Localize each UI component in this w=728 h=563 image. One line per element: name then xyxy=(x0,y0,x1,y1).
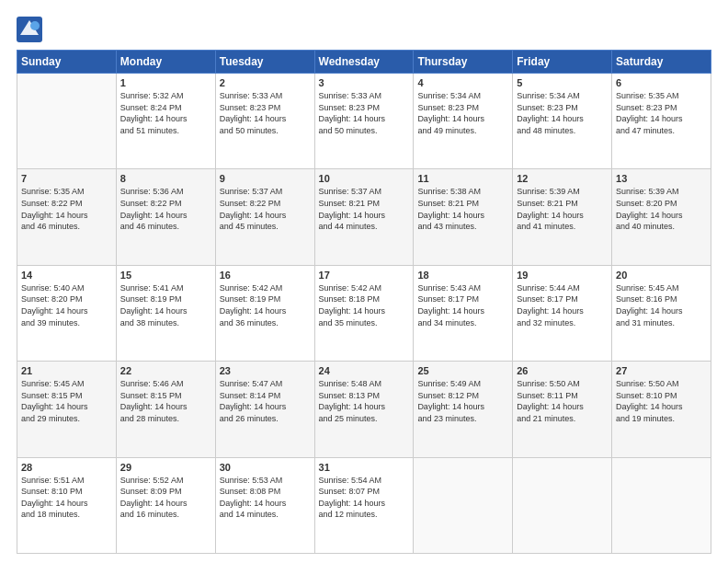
weekday-header-tuesday: Tuesday xyxy=(215,51,314,74)
weekday-header-thursday: Thursday xyxy=(414,51,513,74)
calendar-cell: 27Sunrise: 5:50 AM Sunset: 8:10 PM Dayli… xyxy=(612,362,711,457)
calendar-cell: 26Sunrise: 5:50 AM Sunset: 8:11 PM Dayli… xyxy=(513,362,612,457)
cell-info-text: Sunrise: 5:54 AM Sunset: 8:07 PM Dayligh… xyxy=(319,475,410,521)
cell-info-text: Sunrise: 5:34 AM Sunset: 8:23 PM Dayligh… xyxy=(517,90,608,136)
calendar-week-4: 21Sunrise: 5:45 AM Sunset: 8:15 PM Dayli… xyxy=(17,362,711,457)
calendar-cell: 30Sunrise: 5:53 AM Sunset: 8:08 PM Dayli… xyxy=(215,457,314,553)
cell-day-number: 7 xyxy=(21,173,112,184)
weekday-header-wednesday: Wednesday xyxy=(314,51,414,74)
cell-day-number: 4 xyxy=(417,77,508,88)
calendar-cell: 8Sunrise: 5:36 AM Sunset: 8:22 PM Daylig… xyxy=(116,169,215,265)
cell-info-text: Sunrise: 5:49 AM Sunset: 8:12 PM Dayligh… xyxy=(417,378,508,424)
cell-day-number: 16 xyxy=(220,270,311,281)
weekday-header-friday: Friday xyxy=(513,51,612,74)
cell-info-text: Sunrise: 5:53 AM Sunset: 8:08 PM Dayligh… xyxy=(220,475,311,521)
cell-info-text: Sunrise: 5:36 AM Sunset: 8:22 PM Dayligh… xyxy=(120,186,211,232)
cell-day-number: 2 xyxy=(220,77,311,88)
cell-info-text: Sunrise: 5:42 AM Sunset: 8:19 PM Dayligh… xyxy=(220,282,311,328)
cell-day-number: 6 xyxy=(616,77,707,88)
calendar-week-5: 28Sunrise: 5:51 AM Sunset: 8:10 PM Dayli… xyxy=(17,457,711,553)
calendar-week-2: 7Sunrise: 5:35 AM Sunset: 8:22 PM Daylig… xyxy=(17,169,711,265)
cell-day-number: 9 xyxy=(220,173,311,184)
cell-info-text: Sunrise: 5:50 AM Sunset: 8:11 PM Dayligh… xyxy=(517,378,608,424)
cell-day-number: 8 xyxy=(120,173,211,184)
cell-info-text: Sunrise: 5:35 AM Sunset: 8:23 PM Dayligh… xyxy=(616,90,707,136)
cell-day-number: 12 xyxy=(517,173,608,184)
cell-day-number: 31 xyxy=(319,462,410,473)
cell-info-text: Sunrise: 5:45 AM Sunset: 8:16 PM Dayligh… xyxy=(616,282,707,328)
cell-info-text: Sunrise: 5:47 AM Sunset: 8:14 PM Dayligh… xyxy=(220,378,311,424)
calendar-cell: 24Sunrise: 5:48 AM Sunset: 8:13 PM Dayli… xyxy=(314,362,414,457)
weekday-header-saturday: Saturday xyxy=(612,51,711,74)
calendar-cell: 28Sunrise: 5:51 AM Sunset: 8:10 PM Dayli… xyxy=(17,457,117,553)
cell-info-text: Sunrise: 5:39 AM Sunset: 8:21 PM Dayligh… xyxy=(517,186,608,232)
calendar-cell: 29Sunrise: 5:52 AM Sunset: 8:09 PM Dayli… xyxy=(116,457,215,553)
calendar-cell: 4Sunrise: 5:34 AM Sunset: 8:23 PM Daylig… xyxy=(414,74,513,169)
cell-day-number: 30 xyxy=(220,462,311,473)
cell-info-text: Sunrise: 5:35 AM Sunset: 8:22 PM Dayligh… xyxy=(21,186,112,232)
cell-info-text: Sunrise: 5:33 AM Sunset: 8:23 PM Dayligh… xyxy=(220,90,311,136)
svg-point-2 xyxy=(30,21,40,30)
calendar-cell xyxy=(414,457,513,553)
weekday-header-sunday: Sunday xyxy=(17,51,117,74)
calendar-cell: 31Sunrise: 5:54 AM Sunset: 8:07 PM Dayli… xyxy=(314,457,414,553)
cell-info-text: Sunrise: 5:32 AM Sunset: 8:24 PM Dayligh… xyxy=(120,90,211,136)
calendar-cell xyxy=(612,457,711,553)
cell-info-text: Sunrise: 5:51 AM Sunset: 8:10 PM Dayligh… xyxy=(21,475,112,521)
cell-info-text: Sunrise: 5:33 AM Sunset: 8:23 PM Dayligh… xyxy=(319,90,410,136)
calendar-cell: 7Sunrise: 5:35 AM Sunset: 8:22 PM Daylig… xyxy=(17,169,117,265)
calendar-cell: 19Sunrise: 5:44 AM Sunset: 8:17 PM Dayli… xyxy=(513,265,612,361)
cell-info-text: Sunrise: 5:44 AM Sunset: 8:17 PM Dayligh… xyxy=(517,282,608,328)
calendar-cell: 15Sunrise: 5:41 AM Sunset: 8:19 PM Dayli… xyxy=(116,265,215,361)
logo xyxy=(17,17,46,42)
calendar-cell: 3Sunrise: 5:33 AM Sunset: 8:23 PM Daylig… xyxy=(314,74,414,169)
cell-info-text: Sunrise: 5:45 AM Sunset: 8:15 PM Dayligh… xyxy=(21,378,112,424)
calendar-week-1: 1Sunrise: 5:32 AM Sunset: 8:24 PM Daylig… xyxy=(17,74,711,169)
calendar-cell: 18Sunrise: 5:43 AM Sunset: 8:17 PM Dayli… xyxy=(414,265,513,361)
cell-info-text: Sunrise: 5:39 AM Sunset: 8:20 PM Dayligh… xyxy=(616,186,707,232)
cell-day-number: 3 xyxy=(319,77,410,88)
cell-day-number: 13 xyxy=(616,173,707,184)
logo-icon xyxy=(17,17,42,42)
cell-info-text: Sunrise: 5:43 AM Sunset: 8:17 PM Dayligh… xyxy=(417,282,508,328)
calendar-cell xyxy=(17,74,117,169)
header xyxy=(17,17,711,42)
cell-info-text: Sunrise: 5:37 AM Sunset: 8:22 PM Dayligh… xyxy=(220,186,311,232)
weekday-header-row: SundayMondayTuesdayWednesdayThursdayFrid… xyxy=(17,51,711,74)
calendar-cell: 11Sunrise: 5:38 AM Sunset: 8:21 PM Dayli… xyxy=(414,169,513,265)
calendar-cell: 21Sunrise: 5:45 AM Sunset: 8:15 PM Dayli… xyxy=(17,362,117,457)
cell-day-number: 21 xyxy=(21,365,112,376)
cell-day-number: 1 xyxy=(120,77,211,88)
cell-info-text: Sunrise: 5:37 AM Sunset: 8:21 PM Dayligh… xyxy=(319,186,410,232)
calendar-cell: 16Sunrise: 5:42 AM Sunset: 8:19 PM Dayli… xyxy=(215,265,314,361)
cell-info-text: Sunrise: 5:48 AM Sunset: 8:13 PM Dayligh… xyxy=(319,378,410,424)
calendar-cell: 1Sunrise: 5:32 AM Sunset: 8:24 PM Daylig… xyxy=(116,74,215,169)
calendar-cell: 9Sunrise: 5:37 AM Sunset: 8:22 PM Daylig… xyxy=(215,169,314,265)
cell-day-number: 25 xyxy=(417,365,508,376)
cell-day-number: 14 xyxy=(21,270,112,281)
cell-day-number: 15 xyxy=(120,270,211,281)
calendar-cell: 2Sunrise: 5:33 AM Sunset: 8:23 PM Daylig… xyxy=(215,74,314,169)
calendar-cell: 13Sunrise: 5:39 AM Sunset: 8:20 PM Dayli… xyxy=(612,169,711,265)
weekday-header-monday: Monday xyxy=(116,51,215,74)
cell-info-text: Sunrise: 5:42 AM Sunset: 8:18 PM Dayligh… xyxy=(319,282,410,328)
calendar-cell: 20Sunrise: 5:45 AM Sunset: 8:16 PM Dayli… xyxy=(612,265,711,361)
calendar-cell xyxy=(513,457,612,553)
calendar-cell: 23Sunrise: 5:47 AM Sunset: 8:14 PM Dayli… xyxy=(215,362,314,457)
cell-day-number: 20 xyxy=(616,270,707,281)
cell-day-number: 27 xyxy=(616,365,707,376)
cell-day-number: 26 xyxy=(517,365,608,376)
cell-info-text: Sunrise: 5:50 AM Sunset: 8:10 PM Dayligh… xyxy=(616,378,707,424)
calendar-cell: 17Sunrise: 5:42 AM Sunset: 8:18 PM Dayli… xyxy=(314,265,414,361)
cell-info-text: Sunrise: 5:40 AM Sunset: 8:20 PM Dayligh… xyxy=(21,282,112,328)
cell-info-text: Sunrise: 5:38 AM Sunset: 8:21 PM Dayligh… xyxy=(417,186,508,232)
cell-day-number: 28 xyxy=(21,462,112,473)
cell-day-number: 18 xyxy=(417,270,508,281)
calendar-cell: 22Sunrise: 5:46 AM Sunset: 8:15 PM Dayli… xyxy=(116,362,215,457)
cell-info-text: Sunrise: 5:52 AM Sunset: 8:09 PM Dayligh… xyxy=(120,475,211,521)
calendar-cell: 5Sunrise: 5:34 AM Sunset: 8:23 PM Daylig… xyxy=(513,74,612,169)
cell-day-number: 17 xyxy=(319,270,410,281)
cell-info-text: Sunrise: 5:46 AM Sunset: 8:15 PM Dayligh… xyxy=(120,378,211,424)
calendar-cell: 12Sunrise: 5:39 AM Sunset: 8:21 PM Dayli… xyxy=(513,169,612,265)
cell-day-number: 29 xyxy=(120,462,211,473)
